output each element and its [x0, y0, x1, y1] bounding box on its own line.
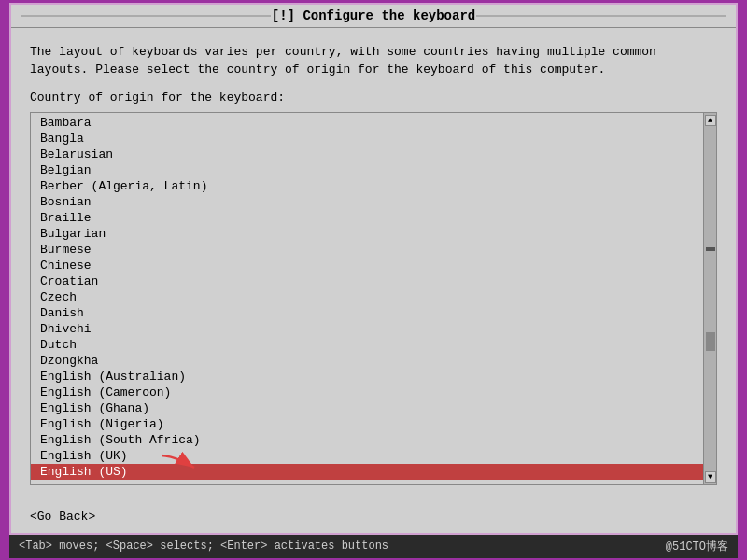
- scrollbar[interactable]: ▲ ▼: [703, 113, 716, 484]
- list-item[interactable]: Bulgarian: [31, 226, 703, 242]
- list-item[interactable]: English (South Africa): [31, 432, 703, 448]
- list-item[interactable]: Croatian: [31, 273, 703, 289]
- list-item[interactable]: English (US): [31, 464, 703, 480]
- title-bar: [!] Configure the keyboard: [11, 5, 736, 28]
- list-item[interactable]: Dhivehi: [31, 321, 703, 337]
- list-item[interactable]: Danish: [31, 305, 703, 321]
- scroll-down-arrow[interactable]: ▼: [705, 471, 716, 483]
- scroll-up-arrow[interactable]: ▲: [705, 115, 716, 126]
- list-item[interactable]: English (Australian): [31, 369, 703, 385]
- go-back-button[interactable]: <Go Back>: [30, 510, 95, 524]
- keyboard-list[interactable]: BambaraBanglaBelarusianBelgianBerber (Al…: [31, 113, 703, 484]
- list-item[interactable]: English (Ghana): [31, 400, 703, 416]
- window-title: [!] Configure the keyboard: [272, 8, 475, 23]
- list-item[interactable]: Bambara: [31, 115, 703, 131]
- keyboard-hint: <Tab> moves; <Space> selects; <Enter> ac…: [19, 539, 388, 553]
- list-item[interactable]: Czech: [31, 289, 703, 305]
- list-item[interactable]: Bosnian: [31, 194, 703, 210]
- scrollbar-marker: [706, 247, 715, 251]
- brand-label: @51CTO博客: [666, 539, 728, 554]
- list-item[interactable]: Dzongkha: [31, 353, 703, 369]
- scrollbar-track: [706, 128, 715, 469]
- list-item[interactable]: Braille: [31, 210, 703, 226]
- list-item[interactable]: Bangla: [31, 131, 703, 147]
- list-item[interactable]: Dutch: [31, 337, 703, 353]
- description-line2: layouts. Please select the country of or…: [30, 63, 605, 77]
- scrollbar-thumb[interactable]: [706, 332, 715, 351]
- bottom-bar: <Tab> moves; <Space> selects; <Enter> ac…: [9, 535, 738, 558]
- keyboard-list-container: BambaraBanglaBelarusianBelgianBerber (Al…: [30, 112, 717, 485]
- prompt-label: Country of origin for the keyboard:: [30, 91, 717, 105]
- list-item[interactable]: English (Cameroon): [31, 385, 703, 400]
- list-item[interactable]: English (Nigeria): [31, 416, 703, 432]
- list-item[interactable]: Chinese: [31, 258, 703, 273]
- footer-buttons: <Go Back>: [11, 500, 736, 533]
- list-item[interactable]: Belarusian: [31, 147, 703, 162]
- list-item[interactable]: Berber (Algeria, Latin): [31, 178, 703, 194]
- list-item[interactable]: Belgian: [31, 162, 703, 178]
- list-item[interactable]: Burmese: [31, 242, 703, 258]
- description: The layout of keyboards varies per count…: [30, 43, 717, 79]
- list-item[interactable]: English (UK): [31, 448, 703, 464]
- description-line1: The layout of keyboards varies per count…: [30, 45, 656, 59]
